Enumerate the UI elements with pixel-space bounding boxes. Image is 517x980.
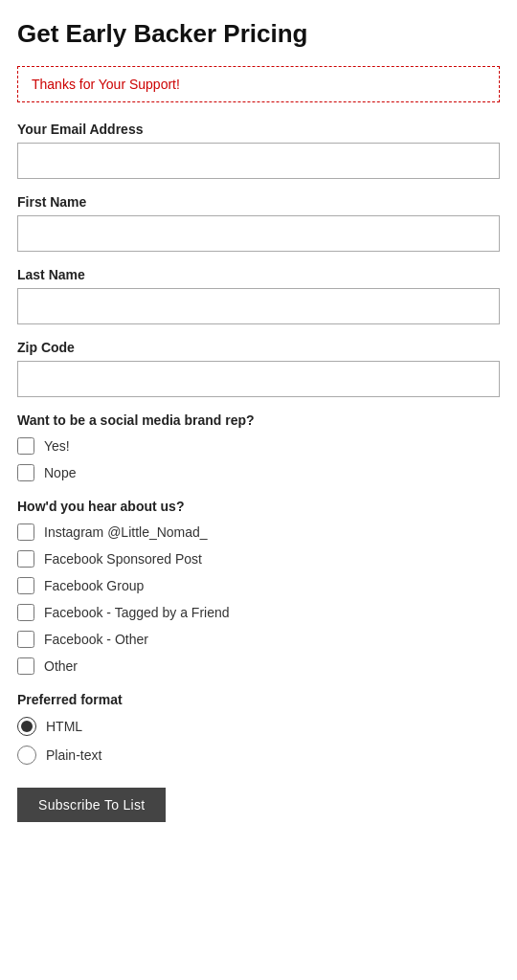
brand-rep-nope-label: Nope (44, 465, 76, 480)
how-heard-section: How'd you hear about us? Instagram @Litt… (17, 499, 500, 675)
brand-rep-label: Want to be a social media brand rep? (17, 412, 500, 428)
how-heard-other-item[interactable]: Other (17, 657, 500, 675)
how-heard-instagram-checkbox[interactable] (17, 523, 34, 541)
zip-code-input[interactable] (17, 361, 500, 397)
format-plaintext-radio[interactable] (17, 746, 36, 765)
last-name-input[interactable] (17, 288, 500, 324)
first-name-group: First Name (17, 194, 500, 252)
how-heard-fb-group-checkbox[interactable] (17, 577, 34, 594)
page-container: Get Early Backer Pricing Thanks for Your… (0, 0, 517, 980)
brand-rep-nope-item[interactable]: Nope (17, 464, 500, 481)
first-name-input[interactable] (17, 215, 500, 252)
subscribe-section: Subscribe To List (17, 788, 500, 822)
email-label: Your Email Address (17, 122, 500, 137)
brand-rep-section: Want to be a social media brand rep? Yes… (17, 412, 500, 481)
page-title: Get Early Backer Pricing (17, 19, 500, 49)
how-heard-fb-sponsored-label: Facebook Sponsored Post (44, 551, 202, 567)
brand-rep-yes-label: Yes! (44, 438, 70, 454)
last-name-group: Last Name (17, 267, 500, 324)
how-heard-label: How'd you hear about us? (17, 499, 500, 514)
zip-code-label: Zip Code (17, 340, 500, 355)
how-heard-other-label: Other (44, 658, 78, 674)
format-html-radio[interactable] (17, 717, 36, 736)
format-html-item[interactable]: HTML (17, 717, 500, 736)
how-heard-fb-tagged-label: Facebook - Tagged by a Friend (44, 605, 230, 620)
brand-rep-nope-checkbox[interactable] (17, 464, 34, 481)
how-heard-fb-other-label: Facebook - Other (44, 632, 148, 647)
how-heard-fb-group-item[interactable]: Facebook Group (17, 577, 500, 594)
zip-code-group: Zip Code (17, 340, 500, 397)
how-heard-fb-other-item[interactable]: Facebook - Other (17, 631, 500, 648)
format-plaintext-item[interactable]: Plain-text (17, 746, 500, 765)
subscribe-button[interactable]: Subscribe To List (17, 788, 166, 822)
first-name-label: First Name (17, 194, 500, 210)
how-heard-fb-tagged-checkbox[interactable] (17, 604, 34, 621)
last-name-label: Last Name (17, 267, 500, 282)
brand-rep-yes-checkbox[interactable] (17, 437, 34, 455)
how-heard-fb-tagged-item[interactable]: Facebook - Tagged by a Friend (17, 604, 500, 621)
email-group: Your Email Address (17, 122, 500, 179)
how-heard-fb-sponsored-item[interactable]: Facebook Sponsored Post (17, 550, 500, 568)
how-heard-instagram-label: Instagram @Little_Nomad_ (44, 524, 208, 540)
format-html-label: HTML (46, 719, 82, 734)
how-heard-instagram-item[interactable]: Instagram @Little_Nomad_ (17, 523, 500, 541)
brand-rep-yes-item[interactable]: Yes! (17, 437, 500, 455)
how-heard-fb-group-label: Facebook Group (44, 578, 144, 593)
how-heard-fb-sponsored-checkbox[interactable] (17, 550, 34, 568)
how-heard-fb-other-checkbox[interactable] (17, 631, 34, 648)
format-plaintext-label: Plain-text (46, 747, 101, 763)
how-heard-other-checkbox[interactable] (17, 657, 34, 675)
preferred-format-section: Preferred format HTML Plain-text (17, 692, 500, 765)
success-banner: Thanks for Your Support! (17, 66, 500, 102)
preferred-format-label: Preferred format (17, 692, 500, 707)
email-input[interactable] (17, 143, 500, 179)
